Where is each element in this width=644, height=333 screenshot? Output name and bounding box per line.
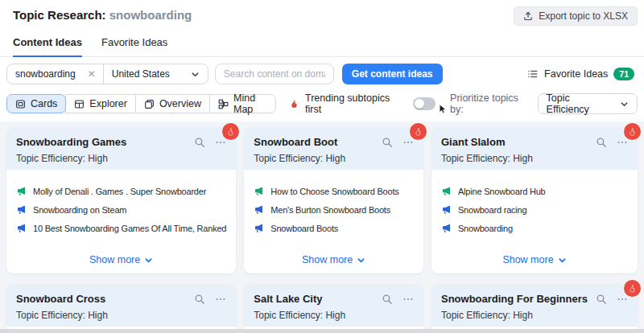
views-row: Cards Explorer Overview	[0, 91, 644, 121]
prioritize-control: Prioritize topics by: Topic Efficiency	[450, 92, 638, 115]
search-icon[interactable]	[382, 137, 393, 148]
view-explorer-label: Explorer	[89, 98, 127, 109]
show-more-label: Show more	[89, 254, 140, 265]
more-options-icon[interactable]	[215, 294, 226, 305]
mouse-cursor-icon	[439, 104, 448, 115]
explorer-view-icon	[74, 99, 85, 109]
view-explorer[interactable]: Explorer	[65, 94, 136, 113]
subtopic-headline[interactable]: Molly of Denali . Games . Super Snowboar…	[16, 186, 226, 196]
megaphone-icon	[16, 186, 27, 196]
get-content-ideas-button[interactable]: Get content ideas	[342, 64, 443, 84]
more-options-icon[interactable]	[617, 137, 628, 148]
view-cards[interactable]: Cards	[6, 94, 66, 113]
subtopic-headline[interactable]: Snowboarding on Steam	[16, 204, 226, 215]
item-text: Snowboarding on Steam	[33, 205, 126, 215]
megaphone-icon	[441, 186, 452, 196]
card-actions	[596, 137, 628, 148]
topic-card: Snowboard Cross Topic Efficiency: High	[6, 284, 236, 333]
keyword-country-group: snowboarding ✕ United States	[6, 64, 208, 84]
domain-search-input[interactable]	[215, 64, 334, 84]
favorite-ideas-label: Favorite Ideas	[544, 68, 608, 80]
megaphone-icon	[16, 223, 27, 233]
page-title-query: snowboarding	[109, 8, 192, 22]
subtopic-headline[interactable]: Snowboarding	[441, 223, 628, 233]
card-items: How to Choose Snowboard Boots Men's Burt…	[244, 170, 423, 233]
chevron-down-icon	[558, 256, 567, 265]
flame-icon	[289, 98, 299, 109]
megaphone-icon	[16, 204, 27, 215]
prioritize-label: Prioritize topics by:	[450, 92, 530, 115]
subtopic-headline[interactable]: Snowboard Boots	[254, 223, 414, 233]
card-header: Snowboarding For Beginners Topic Efficie…	[431, 284, 638, 327]
item-text: Snowboard Boots	[270, 224, 338, 233]
trending-badge	[222, 123, 239, 140]
card-header: Snowboard Cross Topic Efficiency: High	[6, 284, 236, 327]
export-button-label: Export topic to XLSX	[539, 10, 628, 22]
search-row: snowboarding ✕ United States Get content…	[0, 57, 644, 91]
prioritize-select[interactable]: Topic Efficiency	[538, 93, 638, 114]
toggle-knob	[415, 99, 424, 109]
view-overview[interactable]: Overview	[135, 94, 210, 113]
subtopic-headline[interactable]: Alpine Snowboard Hub	[441, 186, 628, 196]
item-text: How to Choose Snowboard Boots	[270, 187, 398, 196]
trending-badge	[624, 280, 641, 297]
card-items: Molly of Denali . Games . Super Snowboar…	[6, 170, 236, 233]
view-overview-label: Overview	[159, 98, 201, 109]
favorite-ideas-link[interactable]: Favorite Ideas 71	[527, 68, 638, 80]
card-header: Snowboard Boot Topic Efficiency: High	[244, 127, 423, 170]
card-actions	[596, 294, 628, 305]
card-header: Snowboarding Games Topic Efficiency: Hig…	[6, 127, 236, 170]
cards-view-icon	[15, 99, 26, 109]
search-icon[interactable]	[194, 294, 205, 305]
country-select-value: United States	[112, 68, 170, 80]
topic-card: Snowboarding For Beginners Topic Efficie…	[431, 284, 638, 333]
page-title-prefix: Topic Research:	[13, 8, 106, 22]
view-cards-label: Cards	[31, 98, 57, 109]
show-more-button[interactable]: Show more	[431, 253, 638, 266]
country-select[interactable]: United States	[104, 68, 208, 80]
page-title: Topic Research: snowboarding	[13, 6, 192, 22]
more-options-icon[interactable]	[402, 137, 414, 148]
trending-subtopics-label: Trending subtopics first	[305, 92, 404, 115]
search-icon[interactable]	[596, 137, 607, 148]
tab-content-ideas-label: Content Ideas	[13, 36, 82, 48]
card-actions	[194, 294, 226, 305]
chevron-down-icon	[144, 256, 153, 265]
keyword-input[interactable]: snowboarding	[7, 68, 80, 80]
more-options-icon[interactable]	[402, 294, 414, 305]
view-mind-map-label: Mind Map	[233, 92, 267, 115]
more-options-icon[interactable]	[215, 137, 226, 148]
search-icon[interactable]	[194, 137, 205, 148]
trending-toggle[interactable]	[413, 97, 436, 110]
trending-badge	[624, 123, 641, 140]
item-text: Men's Burton Snowboard Boots	[270, 205, 390, 215]
trending-subtopics-control: Trending subtopics first	[289, 92, 450, 115]
export-button[interactable]: Export topic to XLSX	[514, 6, 638, 26]
card-efficiency: Topic Efficiency: High	[16, 310, 226, 321]
close-icon[interactable]: ✕	[80, 69, 103, 79]
more-options-icon[interactable]	[617, 294, 628, 305]
item-text: Molly of Denali . Games . Super Snowboar…	[33, 187, 206, 196]
subtopic-headline[interactable]: Snowboard racing	[441, 204, 628, 215]
show-more-button[interactable]: Show more	[6, 253, 236, 266]
tab-content-ideas[interactable]: Content Ideas	[13, 36, 82, 57]
subtopic-headline[interactable]: How to Choose Snowboard Boots	[254, 186, 414, 196]
megaphone-icon	[441, 223, 452, 233]
show-more-button[interactable]: Show more	[244, 253, 423, 266]
show-more-label: Show more	[302, 254, 353, 265]
megaphone-icon	[441, 204, 452, 215]
subtopic-headline[interactable]: Men's Burton Snowboard Boots	[254, 204, 414, 215]
search-icon[interactable]	[596, 294, 607, 305]
topic-card: Snowboard Boot Topic Efficiency: High	[244, 127, 423, 273]
tab-favorite-ideas[interactable]: Favorite Ideas	[101, 36, 167, 56]
view-mind-map[interactable]: Mind Map	[209, 94, 276, 113]
bottom-scrollbar[interactable]	[0, 329, 644, 333]
search-icon[interactable]	[382, 294, 393, 305]
topic-card: Snowboarding Games Topic Efficiency: Hig…	[6, 127, 236, 273]
tab-favorite-ideas-label: Favorite Ideas	[101, 36, 167, 48]
card-actions	[194, 137, 226, 148]
tabs-bar: Content Ideas Favorite Ideas	[0, 36, 644, 57]
subtopic-headline[interactable]: 10 Best Snowboarding Games Of All Time, …	[16, 223, 226, 233]
upload-icon	[523, 11, 533, 21]
chevron-down-icon	[191, 70, 200, 79]
